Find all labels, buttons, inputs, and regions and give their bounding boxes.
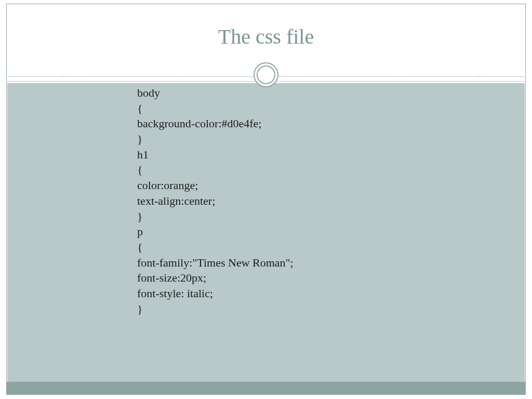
circle-ornament-icon — [254, 62, 278, 87]
slide-title: The css file — [218, 24, 314, 49]
body-area: body { background-color:#d0e4fe; } h1 { … — [7, 81, 525, 382]
title-area: The css file — [7, 4, 525, 69]
circle-inner-icon — [257, 65, 275, 84]
footer-bar — [7, 382, 525, 394]
slide: The css file body { background-color:#d0… — [6, 4, 526, 395]
css-code-block: body { background-color:#d0e4fe; } h1 { … — [137, 85, 294, 316]
